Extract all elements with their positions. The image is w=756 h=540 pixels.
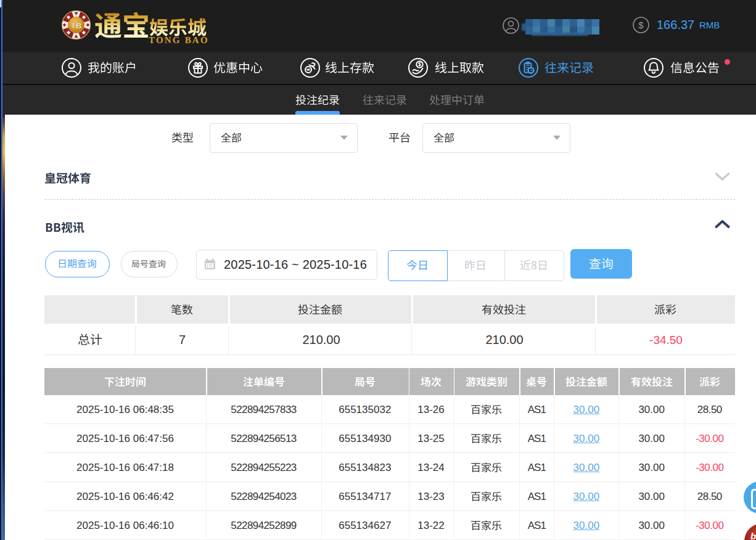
svg-text:$: $ xyxy=(638,20,644,30)
svg-text:TB: TB xyxy=(71,21,82,30)
